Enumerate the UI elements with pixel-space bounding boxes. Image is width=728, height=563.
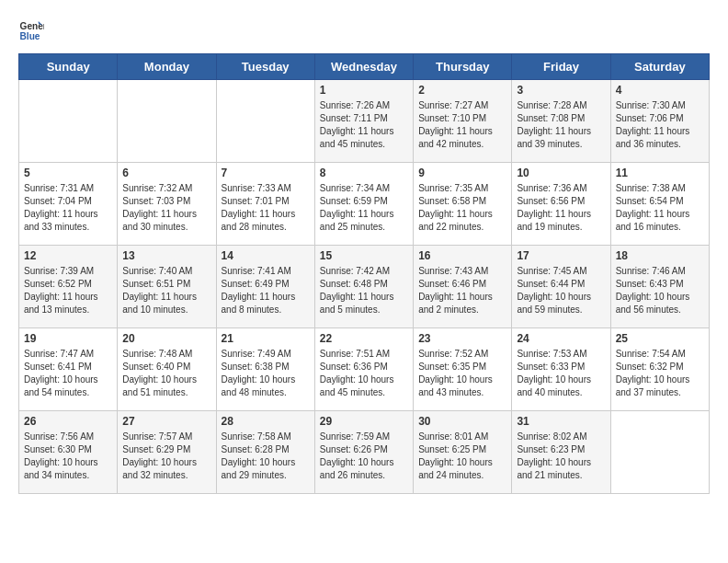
day-info: Sunrise: 7:26 AM Sunset: 7:11 PM Dayligh… — [320, 99, 408, 151]
day-info: Sunrise: 7:52 AM Sunset: 6:35 PM Dayligh… — [418, 348, 506, 399]
day-number: 16 — [418, 249, 506, 262]
day-number: 27 — [122, 415, 210, 428]
logo: General Blue — [18, 18, 44, 44]
day-number: 15 — [320, 249, 408, 262]
day-number: 18 — [616, 249, 704, 262]
day-number: 10 — [517, 167, 605, 179]
day-number: 19 — [24, 332, 112, 345]
calendar-cell — [610, 411, 709, 494]
weekday-header: Monday — [118, 54, 216, 80]
weekday-header: Wednesday — [314, 54, 413, 80]
calendar-cell: 18Sunrise: 7:46 AM Sunset: 6:43 PM Dayli… — [610, 246, 709, 328]
weekday-header: Tuesday — [216, 54, 314, 80]
calendar-cell: 12Sunrise: 7:39 AM Sunset: 6:52 PM Dayli… — [19, 246, 118, 328]
day-info: Sunrise: 7:49 AM Sunset: 6:38 PM Dayligh… — [222, 348, 310, 399]
day-number: 17 — [517, 249, 605, 262]
calendar-cell — [19, 80, 118, 163]
weekday-header: Friday — [512, 54, 610, 80]
day-number: 3 — [517, 84, 605, 97]
day-info: Sunrise: 7:31 AM Sunset: 7:04 PM Dayligh… — [24, 182, 112, 234]
day-info: Sunrise: 7:45 AM Sunset: 6:44 PM Dayligh… — [517, 265, 605, 316]
calendar-cell — [216, 80, 314, 163]
svg-text:Blue: Blue — [20, 31, 40, 41]
day-info: Sunrise: 7:51 AM Sunset: 6:36 PM Dayligh… — [320, 348, 408, 399]
day-number: 23 — [418, 332, 506, 345]
day-info: Sunrise: 7:28 AM Sunset: 7:08 PM Dayligh… — [517, 99, 605, 151]
day-info: Sunrise: 8:01 AM Sunset: 6:25 PM Dayligh… — [418, 431, 506, 482]
day-info: Sunrise: 7:57 AM Sunset: 6:29 PM Dayligh… — [122, 431, 210, 482]
day-number: 22 — [320, 332, 408, 345]
day-number: 6 — [122, 167, 210, 179]
calendar-cell: 6Sunrise: 7:32 AM Sunset: 7:03 PM Daylig… — [118, 163, 216, 246]
logo-icon: General Blue — [18, 18, 44, 44]
calendar-week-row: 12Sunrise: 7:39 AM Sunset: 6:52 PM Dayli… — [19, 246, 710, 328]
day-info: Sunrise: 7:33 AM Sunset: 7:01 PM Dayligh… — [222, 182, 310, 234]
day-info: Sunrise: 7:48 AM Sunset: 6:40 PM Dayligh… — [122, 348, 210, 399]
calendar-cell: 30Sunrise: 8:01 AM Sunset: 6:25 PM Dayli… — [414, 411, 512, 494]
day-info: Sunrise: 7:34 AM Sunset: 6:59 PM Dayligh… — [320, 182, 408, 234]
calendar-cell: 23Sunrise: 7:52 AM Sunset: 6:35 PM Dayli… — [414, 328, 512, 411]
day-number: 13 — [122, 249, 210, 262]
calendar-week-row: 19Sunrise: 7:47 AM Sunset: 6:41 PM Dayli… — [19, 328, 710, 411]
day-info: Sunrise: 7:40 AM Sunset: 6:51 PM Dayligh… — [122, 265, 210, 316]
day-info: Sunrise: 7:43 AM Sunset: 6:46 PM Dayligh… — [418, 265, 506, 316]
calendar-cell: 27Sunrise: 7:57 AM Sunset: 6:29 PM Dayli… — [118, 411, 216, 494]
calendar-cell: 28Sunrise: 7:58 AM Sunset: 6:28 PM Dayli… — [216, 411, 314, 494]
weekday-header: Saturday — [610, 54, 709, 80]
calendar-cell: 16Sunrise: 7:43 AM Sunset: 6:46 PM Dayli… — [414, 246, 512, 328]
day-number: 14 — [222, 249, 310, 262]
calendar-cell: 25Sunrise: 7:54 AM Sunset: 6:32 PM Dayli… — [610, 328, 709, 411]
day-number: 28 — [222, 415, 310, 428]
day-number: 1 — [320, 84, 408, 97]
calendar-cell: 5Sunrise: 7:31 AM Sunset: 7:04 PM Daylig… — [19, 163, 118, 246]
calendar-cell: 1Sunrise: 7:26 AM Sunset: 7:11 PM Daylig… — [314, 80, 413, 163]
calendar-cell: 26Sunrise: 7:56 AM Sunset: 6:30 PM Dayli… — [19, 411, 118, 494]
weekday-header: Thursday — [414, 54, 512, 80]
page-header: General Blue — [18, 18, 710, 44]
day-number: 31 — [517, 415, 605, 428]
day-number: 11 — [616, 167, 704, 179]
day-number: 9 — [418, 167, 506, 179]
day-info: Sunrise: 7:42 AM Sunset: 6:48 PM Dayligh… — [320, 265, 408, 316]
day-number: 24 — [517, 332, 605, 345]
day-info: Sunrise: 7:39 AM Sunset: 6:52 PM Dayligh… — [24, 265, 112, 316]
day-number: 25 — [616, 332, 704, 345]
calendar-cell: 10Sunrise: 7:36 AM Sunset: 6:56 PM Dayli… — [512, 163, 610, 246]
day-info: Sunrise: 7:32 AM Sunset: 7:03 PM Dayligh… — [122, 182, 210, 234]
day-number: 4 — [616, 84, 704, 97]
svg-text:General: General — [20, 21, 44, 31]
calendar-cell: 29Sunrise: 7:59 AM Sunset: 6:26 PM Dayli… — [314, 411, 413, 494]
calendar-cell: 13Sunrise: 7:40 AM Sunset: 6:51 PM Dayli… — [118, 246, 216, 328]
calendar-cell: 7Sunrise: 7:33 AM Sunset: 7:01 PM Daylig… — [216, 163, 314, 246]
calendar-cell — [118, 80, 216, 163]
calendar-cell: 15Sunrise: 7:42 AM Sunset: 6:48 PM Dayli… — [314, 246, 413, 328]
day-info: Sunrise: 7:53 AM Sunset: 6:33 PM Dayligh… — [517, 348, 605, 399]
calendar-cell: 3Sunrise: 7:28 AM Sunset: 7:08 PM Daylig… — [512, 80, 610, 163]
calendar-cell: 31Sunrise: 8:02 AM Sunset: 6:23 PM Dayli… — [512, 411, 610, 494]
day-number: 8 — [320, 167, 408, 179]
calendar-cell: 22Sunrise: 7:51 AM Sunset: 6:36 PM Dayli… — [314, 328, 413, 411]
day-info: Sunrise: 7:47 AM Sunset: 6:41 PM Dayligh… — [24, 348, 112, 399]
day-info: Sunrise: 7:27 AM Sunset: 7:10 PM Dayligh… — [418, 99, 506, 151]
day-number: 5 — [24, 167, 112, 179]
calendar-cell: 21Sunrise: 7:49 AM Sunset: 6:38 PM Dayli… — [216, 328, 314, 411]
day-info: Sunrise: 7:30 AM Sunset: 7:06 PM Dayligh… — [616, 99, 704, 151]
calendar-cell: 17Sunrise: 7:45 AM Sunset: 6:44 PM Dayli… — [512, 246, 610, 328]
calendar-cell: 2Sunrise: 7:27 AM Sunset: 7:10 PM Daylig… — [414, 80, 512, 163]
day-number: 2 — [418, 84, 506, 97]
day-info: Sunrise: 7:46 AM Sunset: 6:43 PM Dayligh… — [616, 265, 704, 316]
weekday-header: Sunday — [19, 54, 118, 80]
day-info: Sunrise: 8:02 AM Sunset: 6:23 PM Dayligh… — [517, 431, 605, 482]
calendar-week-row: 1Sunrise: 7:26 AM Sunset: 7:11 PM Daylig… — [19, 80, 710, 163]
calendar-cell: 14Sunrise: 7:41 AM Sunset: 6:49 PM Dayli… — [216, 246, 314, 328]
day-info: Sunrise: 7:36 AM Sunset: 6:56 PM Dayligh… — [517, 182, 605, 234]
day-info: Sunrise: 7:54 AM Sunset: 6:32 PM Dayligh… — [616, 348, 704, 399]
day-info: Sunrise: 7:41 AM Sunset: 6:49 PM Dayligh… — [222, 265, 310, 316]
calendar-table: SundayMondayTuesdayWednesdayThursdayFrid… — [18, 53, 710, 494]
calendar-cell: 24Sunrise: 7:53 AM Sunset: 6:33 PM Dayli… — [512, 328, 610, 411]
calendar-cell: 11Sunrise: 7:38 AM Sunset: 6:54 PM Dayli… — [610, 163, 709, 246]
day-info: Sunrise: 7:56 AM Sunset: 6:30 PM Dayligh… — [24, 431, 112, 482]
day-info: Sunrise: 7:38 AM Sunset: 6:54 PM Dayligh… — [616, 182, 704, 234]
day-number: 12 — [24, 249, 112, 262]
day-number: 20 — [122, 332, 210, 345]
